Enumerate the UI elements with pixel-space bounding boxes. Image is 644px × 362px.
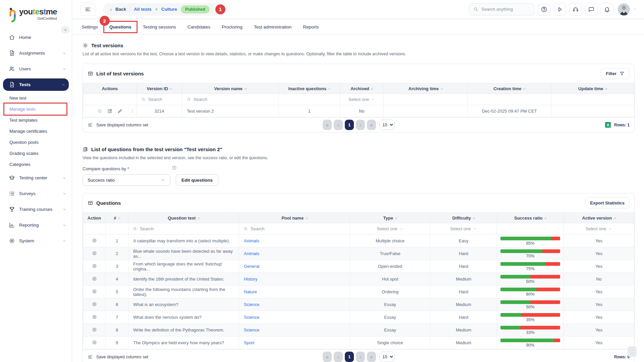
pagination-first-button[interactable]: « (323, 352, 332, 362)
headset-button[interactable] (569, 3, 582, 16)
chat-button[interactable] (585, 3, 598, 16)
breadcrumb-culture[interactable]: Culture (161, 7, 177, 12)
column-filter-select[interactable]: Select one (348, 97, 375, 102)
pagination-first-button[interactable]: « (323, 120, 332, 130)
column-header-success-ratio[interactable]: Success ratio↓↑ (497, 213, 564, 223)
sort-icon[interactable]: ↓↑ (371, 87, 373, 90)
sort-icon[interactable]: ↓↑ (605, 87, 607, 90)
column-header-inactive-questions[interactable]: Inactive questions↓↑ (279, 83, 340, 94)
tab-proctoring[interactable]: Proctoring (216, 19, 248, 34)
avatar[interactable] (618, 3, 630, 15)
view-question-button[interactable] (92, 239, 97, 244)
pagination-prev-button[interactable]: ‹ (334, 120, 343, 130)
search-input[interactable]: Search anything (469, 3, 535, 15)
column-search-input[interactable]: Search (128, 226, 239, 231)
avatar-chevron-icon[interactable] (633, 7, 637, 11)
column-filter-select[interactable]: Select one (586, 226, 612, 231)
sidebar-subitem-categories[interactable]: Categories (0, 159, 72, 170)
excel-export-icon[interactable]: X (605, 122, 611, 128)
sidebar-subitem-test-templates[interactable]: Test templates (0, 115, 72, 126)
sort-icon[interactable]: ↓↑ (244, 87, 247, 90)
pencil-icon[interactable] (117, 108, 123, 114)
view-icon[interactable] (97, 108, 103, 114)
view-question-button[interactable] (92, 290, 97, 295)
column-filter-select[interactable]: Select one (450, 226, 477, 231)
pagination-next-button[interactable]: › (356, 352, 365, 362)
sidebar-subitem-manage-tests[interactable]: Manage tests (0, 104, 72, 115)
pool-link[interactable]: Sport (244, 340, 254, 345)
tab-questions[interactable]: Questions2 (104, 19, 137, 34)
view-question-button[interactable] (92, 316, 97, 321)
column-search-input[interactable]: Search (137, 97, 182, 102)
tab-test-administration[interactable]: Test administration (248, 19, 298, 34)
sort-icon[interactable]: ↓↑ (305, 216, 308, 220)
pool-link[interactable]: Nature (244, 289, 257, 294)
column-search-input[interactable]: Search (239, 226, 350, 231)
pool-link[interactable]: Animals (244, 251, 259, 256)
edit-questions-button[interactable]: Edit questions (176, 174, 218, 186)
view-question-button[interactable] (92, 265, 97, 270)
view-question-button[interactable] (92, 278, 97, 283)
help-button[interactable] (538, 3, 550, 16)
sort-icon[interactable]: ↓↑ (328, 87, 330, 90)
sort-icon[interactable]: ↓↑ (544, 216, 547, 220)
column-header-archiving-time[interactable]: Archiving time↓↑ (384, 83, 468, 94)
sidebar-subitem-grading-scales[interactable]: Grading scales (0, 148, 72, 159)
column-header--[interactable]: #↓↑ (106, 213, 128, 223)
sidebar-item-system[interactable]: System (0, 233, 72, 249)
sidebar-item-testing-center[interactable]: Testing center (0, 170, 72, 186)
play-button[interactable] (553, 3, 566, 16)
column-header-active-version[interactable]: Active version↓↑ (564, 213, 634, 223)
column-search-input[interactable]: Search (182, 97, 278, 102)
save-columns-button[interactable]: Save displayed columns set (88, 122, 148, 128)
pagination-page-1[interactable]: 1 (345, 120, 354, 130)
sidebar-item-reporting[interactable]: Reporting (0, 217, 72, 233)
column-header-actions[interactable]: Actions (83, 83, 137, 94)
sort-icon[interactable]: ↓↑ (197, 216, 200, 220)
pagination-last-button[interactable]: » (367, 352, 376, 362)
pagination-prev-button[interactable]: ‹ (334, 352, 343, 362)
column-header-creation-time[interactable]: Creation time↓↑ (468, 83, 551, 94)
scroll-to-top-button[interactable] (628, 346, 637, 357)
pool-link[interactable]: Science (244, 302, 259, 307)
sidebar-item-tests[interactable]: Tests (3, 78, 69, 91)
sidebar-item-assignments[interactable]: Assignments (0, 45, 72, 61)
save-columns-button[interactable]: Save displayed columns set (88, 354, 148, 360)
column-header-type[interactable]: Type↓↑ (350, 213, 430, 223)
breadcrumb-all-tests[interactable]: All tests (134, 7, 152, 12)
sort-icon[interactable]: ↓↑ (473, 216, 475, 220)
column-header-update-time[interactable]: Update time↓↑ (551, 83, 634, 94)
sidebar-subitem-question-pools[interactable]: Question pools (0, 137, 72, 148)
page-size-select[interactable]: 10 (379, 352, 394, 362)
sort-icon[interactable]: ↓↑ (440, 87, 443, 90)
menu-button[interactable] (80, 3, 95, 16)
pagination-last-button[interactable]: » (367, 120, 376, 130)
column-header-question-text[interactable]: Question text↓↑ (128, 213, 239, 223)
back-button[interactable]: Back (115, 7, 126, 12)
tab-candidates[interactable]: Candidates (182, 19, 216, 34)
column-header-version-name[interactable]: Version name↓↑ (182, 83, 279, 94)
column-header-action[interactable]: Action (83, 213, 106, 223)
sort-icon[interactable]: ↓↑ (613, 216, 616, 220)
column-header-version-id[interactable]: Version ID↓↑ (137, 83, 182, 94)
sidebar-item-training-courses[interactable]: Training courses (0, 201, 72, 217)
sidebar-subitem-manage-certificates[interactable]: Manage certificates (0, 126, 72, 137)
sidebar-item-surveys[interactable]: Surveys (0, 186, 72, 201)
sort-icon[interactable]: ↓↑ (523, 87, 525, 90)
column-header-pool-name[interactable]: Pool name↓↑ (239, 213, 350, 223)
view-question-button[interactable] (92, 341, 97, 346)
pool-link[interactable]: General (244, 264, 259, 269)
sort-icon[interactable]: ↓↑ (118, 216, 120, 220)
edit-icon[interactable] (107, 108, 113, 114)
view-question-button[interactable] (92, 328, 97, 334)
column-header-difficulty[interactable]: Difficulty↓↑ (430, 213, 497, 223)
sort-icon[interactable]: ↓↑ (395, 216, 397, 220)
pagination-next-button[interactable]: › (356, 120, 365, 130)
column-filter-select[interactable]: Select one (377, 226, 403, 231)
page-size-select[interactable]: 10 (379, 120, 394, 130)
pool-link[interactable]: Science (244, 315, 259, 320)
sidebar-item-users[interactable]: Users (0, 61, 72, 77)
filter-button[interactable]: Filter (601, 68, 630, 79)
view-question-button[interactable] (92, 303, 97, 308)
compare-by-select[interactable]: Success ratio (83, 174, 170, 186)
